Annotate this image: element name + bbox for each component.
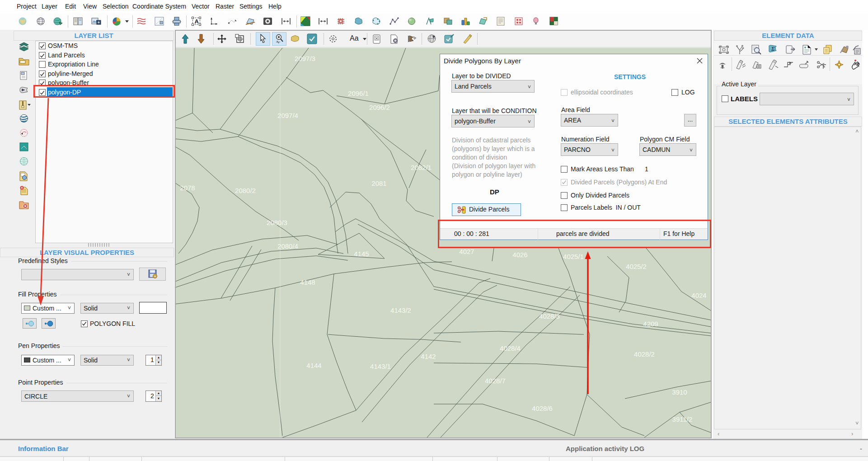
- svg-text:Σ: Σ: [771, 46, 775, 52]
- svg-text:A: A: [195, 18, 199, 25]
